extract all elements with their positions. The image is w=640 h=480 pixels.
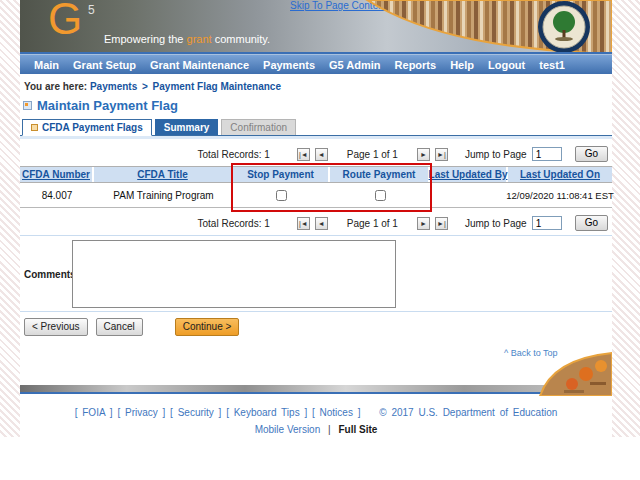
column-header-stop-payment: Stop Payment <box>233 167 330 182</box>
footer-site-switch: Mobile Version | Full Site <box>20 424 612 435</box>
column-header-route-payment: Route Payment <box>330 167 430 182</box>
bracket: [ <box>117 407 120 418</box>
page-title: Maintain Payment Flag <box>37 98 178 113</box>
breadcrumb-link-payment-flag-maintenance[interactable]: Payment Flag Maintenance <box>153 81 281 92</box>
tab-underline <box>20 136 612 139</box>
g5-application-window: G 5 Empowering the grant community. Skip… <box>0 0 640 480</box>
cell-stop-payment <box>233 190 330 201</box>
page-title-row: Maintain Payment Flag <box>20 98 612 113</box>
table-row: 84.007 PAM Training Program 12/09/2020 1… <box>20 183 612 208</box>
bookshelf-and-seal-art <box>312 0 612 54</box>
nav-item-reports[interactable]: Reports <box>395 59 437 71</box>
copyright-text: © 2017 U.S. Department of Education <box>379 407 557 418</box>
last-page-icon[interactable]: ►| <box>435 217 448 230</box>
first-page-icon[interactable]: |◄ <box>297 217 310 230</box>
cell-route-payment <box>330 190 430 201</box>
action-buttons: < Previous Cancel Continue > <box>20 318 612 336</box>
page-title-icon <box>23 101 32 110</box>
total-records-label: Total Records: 1 <box>198 149 270 160</box>
tab-summary-label: Summary <box>164 122 210 133</box>
cancel-button[interactable]: Cancel <box>96 318 143 336</box>
breadcrumb-prefix: You are here: <box>24 81 87 92</box>
footer-link-security[interactable]: Security <box>178 407 214 418</box>
jump-to-page-input[interactable] <box>532 147 562 161</box>
prev-page-icon[interactable]: ◄ <box>315 148 328 161</box>
next-page-icon[interactable]: ► <box>417 148 430 161</box>
page-indicator: Page 1 of 1 <box>347 218 398 229</box>
footer-link-privacy[interactable]: Privacy <box>125 407 158 418</box>
last-page-icon[interactable]: ►| <box>435 148 448 161</box>
jump-to-page-label: Jump to Page <box>465 149 527 160</box>
main-navbar: Main Grant Setup Grant Maintenance Payme… <box>20 54 612 74</box>
footer-gradient-bar <box>20 385 612 394</box>
bracket: [ <box>170 407 173 418</box>
jump-to-page-input[interactable] <box>532 216 562 230</box>
first-page-icon[interactable]: |◄ <box>297 148 310 161</box>
bracket: [ <box>226 407 229 418</box>
footer-link-foia[interactable]: FOIA <box>82 407 105 418</box>
go-button[interactable]: Go <box>575 215 608 231</box>
payment-flags-table: CFDA Number CFDA Title Stop Payment Rout… <box>20 166 612 208</box>
bracket: ] <box>110 407 113 418</box>
comments-textarea[interactable] <box>72 240 396 308</box>
bracket: [ <box>75 407 78 418</box>
bracket: [ <box>312 407 315 418</box>
jump-to-page-label: Jump to Page <box>465 218 527 229</box>
total-records-label: Total Records: 1 <box>198 218 270 229</box>
full-site-label: Full Site <box>338 424 377 435</box>
tab-bar: CFDA Payment Flags Summary Confirmation <box>20 119 612 136</box>
tab-confirmation-label: Confirmation <box>230 122 287 133</box>
pager-bottom: Total Records: 1 |◄ ◄ Page 1 of 1 ► ►| J… <box>20 215 608 231</box>
nav-user-test1: test1 <box>539 59 565 71</box>
route-payment-checkbox[interactable] <box>375 190 386 201</box>
footer-links: [ FOIA ] [ Privacy ] [ Security ] [ Keyb… <box>20 407 612 418</box>
header-banner: G 5 Empowering the grant community. Skip… <box>20 0 612 54</box>
breadcrumb-link-payments[interactable]: Payments <box>90 81 137 92</box>
previous-button[interactable]: < Previous <box>24 318 88 336</box>
tagline-post: community. <box>212 33 270 45</box>
nav-item-main[interactable]: Main <box>34 59 59 71</box>
divider <box>20 311 612 312</box>
nav-item-payments[interactable]: Payments <box>263 59 315 71</box>
breadcrumb: You are here: Payments > Payment Flag Ma… <box>20 81 612 92</box>
mobile-version-link[interactable]: Mobile Version <box>255 424 321 435</box>
corner-art <box>538 352 612 396</box>
cell-cfda-number: 84.007 <box>20 190 94 201</box>
go-button[interactable]: Go <box>575 146 608 162</box>
tagline: Empowering the grant community. <box>104 33 270 45</box>
nav-item-g5-admin[interactable]: G5 Admin <box>329 59 381 71</box>
nav-item-grant-setup[interactable]: Grant Setup <box>73 59 136 71</box>
doe-seal-icon <box>538 1 590 53</box>
nav-item-logout[interactable]: Logout <box>488 59 525 71</box>
tagline-pre: Empowering the <box>104 33 187 45</box>
continue-button[interactable]: Continue > <box>175 318 240 336</box>
page-indicator: Page 1 of 1 <box>347 149 398 160</box>
footer-pipe-separator: | <box>323 424 336 435</box>
next-page-icon[interactable]: ► <box>417 217 430 230</box>
divider <box>20 235 612 236</box>
column-header-cfda-title[interactable]: CFDA Title <box>94 167 233 182</box>
column-header-cfda-number[interactable]: CFDA Number <box>20 167 94 182</box>
table-header-row: CFDA Number CFDA Title Stop Payment Rout… <box>20 166 612 183</box>
tab-cfda-label: CFDA Payment Flags <box>42 122 143 133</box>
footer-link-notices[interactable]: Notices <box>320 407 353 418</box>
nav-item-grant-maintenance[interactable]: Grant Maintenance <box>150 59 249 71</box>
cell-cfda-title: PAM Training Program <box>94 190 233 201</box>
nav-item-help[interactable]: Help <box>450 59 474 71</box>
bracket: ] <box>304 407 307 418</box>
tab-cfda-payment-flags[interactable]: CFDA Payment Flags <box>22 119 152 136</box>
bracket: ] <box>219 407 222 418</box>
column-header-last-updated-on[interactable]: Last Updated On <box>508 167 612 182</box>
pager-top: Total Records: 1 |◄ ◄ Page 1 of 1 ► ►| J… <box>20 146 608 162</box>
stop-payment-checkbox[interactable] <box>276 190 287 201</box>
g5-logo: G <box>48 0 80 44</box>
prev-page-icon[interactable]: ◄ <box>315 217 328 230</box>
footer-link-keyboard-tips[interactable]: Keyboard Tips <box>234 407 300 418</box>
tab-marker-icon <box>31 124 38 131</box>
column-header-last-updated-by[interactable]: Last Updated By <box>430 167 508 182</box>
page-content: G 5 Empowering the grant community. Skip… <box>20 0 612 480</box>
tab-summary[interactable]: Summary <box>155 119 219 135</box>
tab-confirmation[interactable]: Confirmation <box>221 119 296 135</box>
g5-logo-sup: 5 <box>88 3 95 17</box>
comments-label: Comments <box>20 269 72 280</box>
